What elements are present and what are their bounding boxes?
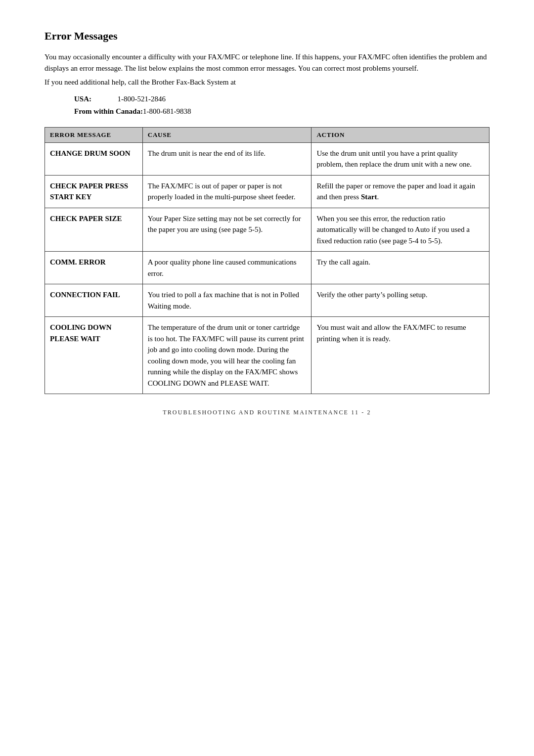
cell-error-2: CHECK PAPER SIZE [45,208,143,252]
cell-cause-2: Your Paper Size setting may not be set c… [142,208,312,252]
cell-action-5: You must wait and allow the FAX/MFC to r… [312,317,490,394]
cell-cause-1: The FAX/MFC is out of paper or paper is … [142,175,312,208]
table-row: COMM. ERRORA poor quality phone line cau… [45,252,490,284]
cell-cause-3: A poor quality phone line caused communi… [142,252,312,284]
usa-label: USA: [74,95,91,103]
cell-cause-5: The temperature of the drum unit or tone… [142,317,312,394]
help-line: If you need additional help, call the Br… [44,77,490,88]
table-header-row: Error Message Cause Action [45,127,490,142]
col-header-action: Action [312,127,490,142]
cell-error-1: CHECK PAPER PRESS START KEY [45,175,143,208]
col-header-error: Error Message [45,127,143,142]
table-row: CONNECTION FAILYou tried to poll a fax m… [45,284,490,317]
cell-error-4: CONNECTION FAIL [45,284,143,317]
page-title: Error Messages [44,30,490,43]
cell-action-0: Use the drum unit until you have a print… [312,142,490,175]
cell-action-3: Try the call again. [312,252,490,284]
usa-number: 1-800-521-2846 [118,95,166,103]
cell-cause-4: You tried to poll a fax machine that is … [142,284,312,317]
cell-action-4: Verify the other party’s polling setup. [312,284,490,317]
cell-cause-0: The drum unit is near the end of its lif… [142,142,312,175]
table-row: CHECK PAPER PRESS START KEYThe FAX/MFC i… [45,175,490,208]
canada-label: From within Canada: [74,107,143,115]
col-header-cause: Cause [142,127,312,142]
canada-number: 1-800-681-9838 [143,107,191,115]
table-row: CHANGE DRUM SOONThe drum unit is near th… [45,142,490,175]
table-row: COOLING DOWN PLEASE WAITThe temperature … [45,317,490,394]
cell-error-0: CHANGE DRUM SOON [45,142,143,175]
cell-error-3: COMM. ERROR [45,252,143,284]
page-footer: TROUBLESHOOTING AND ROUTINE MAINTENANCE … [44,409,490,416]
error-messages-table: Error Message Cause Action CHANGE DRUM S… [44,127,490,395]
cell-action-2: When you see this error, the reduction r… [312,208,490,252]
cell-error-5: COOLING DOWN PLEASE WAIT [45,317,143,394]
usa-contact: USA: 1-800-521-2846 [74,93,490,106]
intro-paragraph: You may occasionally encounter a difficu… [44,51,490,74]
table-row: CHECK PAPER SIZEYour Paper Size setting … [45,208,490,252]
canada-contact: From within Canada:1-800-681-9838 [74,105,490,118]
contact-block: USA: 1-800-521-2846 From within Canada:1… [74,93,490,118]
cell-action-1: Refill the paper or remove the paper and… [312,175,490,208]
